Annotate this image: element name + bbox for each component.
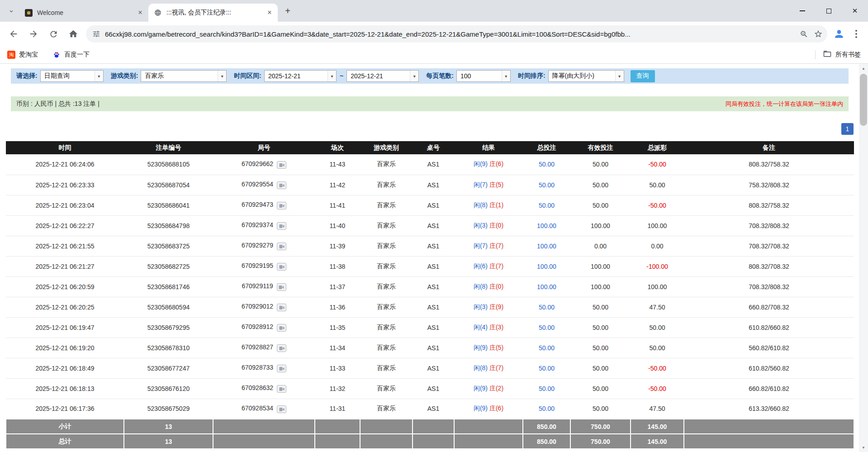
- column-header: 备注: [684, 141, 854, 154]
- home-button[interactable]: [64, 25, 82, 43]
- player-result: 闲(9): [474, 160, 488, 167]
- video-icon[interactable]: [277, 324, 286, 332]
- subtotal-row: 小计13850.00750.00145.00: [6, 419, 854, 434]
- url-bar[interactable]: 66cxkj98.com/game/betrecord_search/kind3…: [86, 25, 827, 43]
- total-row-cell: 总计: [6, 434, 124, 449]
- cell-valid-bet: 0.00: [570, 236, 631, 256]
- close-button[interactable]: ✕: [842, 0, 868, 22]
- maximize-button[interactable]: [816, 0, 842, 22]
- cell-payout: 100.00: [631, 276, 684, 297]
- total-bet-link[interactable]: 50.00: [539, 385, 555, 392]
- total-bet-link[interactable]: 50.00: [539, 202, 555, 209]
- cell-table-no: AS1: [413, 154, 454, 175]
- bookmark-taobao[interactable]: 淘 爱淘宝: [7, 51, 38, 59]
- total-row-cell: 145.00: [631, 434, 684, 449]
- video-icon[interactable]: [277, 304, 286, 311]
- cell-valid-bet: 100.00: [570, 215, 631, 236]
- query-type-select[interactable]: 日期查询 ▾: [40, 70, 104, 82]
- page-1-button[interactable]: 1: [841, 123, 854, 135]
- total-bet-link[interactable]: 50.00: [539, 324, 555, 331]
- cell-note: 808.32/708.32: [684, 256, 854, 276]
- cell-result: 闲(4) 庄(3): [454, 317, 523, 338]
- column-header: 有效投注: [570, 141, 631, 154]
- sort-select[interactable]: 降幂(由大到小) ▾: [548, 70, 624, 82]
- column-header: 总投注: [523, 141, 570, 154]
- tab-close-icon[interactable]: ×: [265, 8, 274, 17]
- round-id: 670928534: [242, 404, 273, 412]
- tab-close-icon[interactable]: ×: [136, 8, 145, 17]
- total-bet-link[interactable]: 50.00: [539, 405, 555, 412]
- minimize-button[interactable]: [789, 0, 816, 22]
- video-icon[interactable]: [277, 202, 286, 209]
- scrollbar[interactable]: ▲ ▼: [859, 64, 868, 452]
- new-tab-button[interactable]: +: [281, 5, 294, 17]
- total-bet-link[interactable]: 100.00: [537, 263, 556, 270]
- cell-payout: -50.00: [631, 378, 684, 399]
- cell-game-type: 百家乐: [360, 154, 413, 175]
- cell-table-no: AS1: [413, 399, 454, 419]
- cell-game-type: 百家乐: [360, 317, 413, 338]
- cell-time: 2025-12-21 06:23:33: [6, 175, 124, 195]
- url-text[interactable]: 66cxkj98.com/game/betrecord_search/kind3…: [105, 30, 797, 38]
- cell-table-no: AS1: [413, 195, 454, 215]
- table-header-row: 时间注单编号局号场次游戏类别桌号结果总投注有效投注总派彩备注: [6, 141, 854, 154]
- refresh-button[interactable]: [44, 25, 62, 43]
- total-bet-link[interactable]: 100.00: [537, 243, 556, 250]
- site-settings-icon[interactable]: [92, 30, 100, 38]
- player-result: 闲(6): [474, 262, 488, 270]
- per-page-select[interactable]: 100 ▾: [456, 70, 511, 82]
- total-bet-link[interactable]: 50.00: [539, 161, 555, 168]
- profile-icon[interactable]: [830, 25, 848, 43]
- cell-bet-id: 523058681746: [124, 276, 213, 297]
- tab-welcome[interactable]: Welcome ×: [19, 4, 148, 22]
- navigation-bar: 66cxkj98.com/game/betrecord_search/kind3…: [0, 22, 868, 46]
- forward-button[interactable]: [24, 25, 43, 43]
- scroll-up-button[interactable]: ▲: [859, 64, 868, 73]
- player-result: 闲(9): [474, 385, 488, 392]
- total-bet-link[interactable]: 50.00: [539, 365, 555, 372]
- date-end-select[interactable]: 2025-12-21 ▾: [346, 70, 419, 82]
- payout-value: 100.00: [648, 222, 667, 229]
- browser-menu-icon[interactable]: [848, 26, 864, 42]
- banker-result: 庄(0): [489, 222, 503, 229]
- cell-result: 闲(7) 庄(7): [454, 236, 523, 256]
- video-icon[interactable]: [277, 365, 286, 372]
- player-result: 闲(9): [474, 344, 488, 351]
- total-bet-link[interactable]: 50.00: [539, 344, 555, 352]
- all-bookmarks[interactable]: 所有书签: [815, 49, 861, 60]
- bookmark-star-icon[interactable]: [811, 27, 825, 41]
- notice-text: 同局有效投注，统一计算在该局第一张注单内: [726, 100, 843, 108]
- total-bet-link[interactable]: 100.00: [537, 222, 556, 229]
- cell-bet-id: 523058675029: [124, 399, 213, 419]
- zoom-icon[interactable]: [797, 27, 811, 41]
- scrollbar-thumb[interactable]: [860, 74, 867, 126]
- tab-search-chevron-icon[interactable]: [5, 5, 18, 18]
- tab-bet-records[interactable]: :::视讯, 会员下注纪录::: ×: [148, 4, 278, 22]
- player-result: 闲(7): [474, 242, 488, 249]
- video-icon[interactable]: [277, 405, 286, 413]
- video-icon[interactable]: [277, 181, 286, 189]
- video-icon[interactable]: [277, 263, 286, 271]
- video-icon[interactable]: [277, 344, 286, 352]
- video-icon[interactable]: [277, 243, 286, 250]
- video-icon[interactable]: [277, 161, 286, 169]
- search-button[interactable]: 查询: [631, 70, 655, 82]
- date-start-select[interactable]: 2025-12-21 ▾: [264, 70, 337, 82]
- back-button[interactable]: [5, 25, 23, 43]
- column-header: 游戏类别: [360, 141, 413, 154]
- cell-total-bet: 50.00: [523, 358, 570, 378]
- total-bet-link[interactable]: 50.00: [539, 181, 555, 189]
- video-icon[interactable]: [277, 283, 286, 291]
- player-result: 闲(3): [474, 222, 488, 229]
- total-bet-link[interactable]: 100.00: [537, 283, 556, 290]
- video-icon[interactable]: [277, 222, 286, 230]
- game-type-select[interactable]: 百家乐 ▾: [141, 70, 227, 82]
- bookmark-baidu[interactable]: 百度一下: [52, 51, 90, 59]
- chevron-down-icon: ▾: [95, 71, 103, 81]
- total-bet-link[interactable]: 50.00: [539, 304, 555, 311]
- bookmarks-bar: 淘 爱淘宝 百度一下 所有书签: [0, 46, 868, 64]
- player-result: 闲(4): [474, 324, 488, 331]
- scroll-down-button[interactable]: ▼: [859, 443, 868, 452]
- video-icon[interactable]: [277, 385, 286, 393]
- range-separator: ~: [340, 72, 343, 80]
